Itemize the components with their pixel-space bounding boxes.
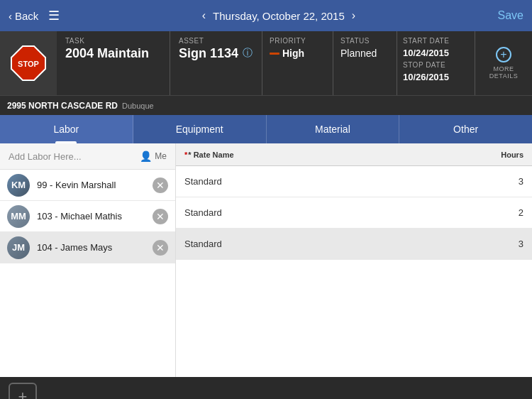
start-date-row: START DATE 10/24/2015 — [403, 37, 469, 58]
person-icon: 👤 — [140, 151, 152, 162]
avatar-kevin-face: KM — [7, 174, 30, 197]
tab-material[interactable]: Material — [267, 115, 400, 143]
tab-labor[interactable]: Labor — [0, 115, 133, 143]
remove-michael-button[interactable]: ✕ — [153, 209, 168, 224]
back-label: Back — [15, 10, 38, 22]
more-details-icon: + — [496, 47, 511, 62]
asset-label: ASSET — [179, 37, 256, 45]
tabs-bar: Labor Equipment Material Other — [0, 115, 532, 143]
rate-hours-panel: * * Rate Name Hours Standard 3 Standard … — [176, 143, 532, 377]
next-day-button[interactable]: › — [352, 9, 355, 22]
start-date-value: 10/24/2015 — [403, 48, 469, 58]
more-details-label: MORE DETAILS — [484, 65, 523, 80]
save-button[interactable]: Save — [498, 9, 523, 22]
chevron-left-icon: ‹ — [9, 10, 12, 22]
hours-michael: 2 — [467, 207, 523, 218]
info-bar-wrapper: STOP TASK 2004 Maintain ASSET Sign 1134 … — [0, 31, 532, 115]
more-details-button[interactable]: + MORE DETAILS — [475, 31, 532, 95]
stop-sign-icon: STOP — [0, 31, 57, 95]
prev-day-button[interactable]: ‹ — [202, 9, 206, 22]
nav-bar: ‹ Back ☰ ‹ Thursday, October 22, 2015 › … — [0, 0, 532, 31]
hours-james: 3 — [467, 239, 523, 249]
task-label: TASK — [65, 37, 161, 45]
stop-date-value: 10/26/2015 — [403, 72, 469, 82]
col-rate-header: * * Rate Name — [184, 151, 467, 159]
rate-michael: Standard — [184, 207, 467, 218]
status-label: STATUS — [340, 37, 389, 45]
tab-other[interactable]: Other — [399, 115, 532, 143]
table-data-row: Standard 3 — [176, 229, 532, 260]
avatar-kevin: KM — [7, 174, 30, 197]
priority-bar-icon — [270, 53, 279, 55]
address-main: 2995 NORTH CASCADE RD — [7, 101, 118, 111]
rate-kevin: Standard — [184, 176, 467, 187]
priority-info: PRIORITY High — [262, 31, 333, 95]
asset-info: ASSET Sign 1134 ⓘ — [170, 31, 262, 95]
asset-value: Sign 1134 — [179, 46, 238, 61]
priority-value: High — [282, 48, 304, 59]
add-button[interactable]: + — [9, 383, 37, 399]
nav-center: ‹ Thursday, October 22, 2015 › — [202, 9, 355, 22]
priority-label: PRIORITY — [270, 37, 326, 45]
back-button[interactable]: ‹ Back — [9, 10, 38, 22]
table-data-row: Standard 2 — [176, 197, 532, 229]
add-me-button[interactable]: 👤 Me — [140, 151, 167, 162]
avatar-michael: MM — [7, 205, 30, 228]
labor-name-kevin: 99 - Kevin Marshall — [37, 180, 153, 190]
task-value: 2004 Maintain — [65, 46, 161, 61]
priority-badge: High — [270, 48, 326, 59]
add-labor-row[interactable]: Add Labor Here... 👤 Me — [0, 143, 175, 170]
address-sub: Dubuque — [122, 102, 154, 110]
labor-name-james: 104 - James Mays — [37, 242, 153, 253]
info-bar: STOP TASK 2004 Maintain ASSET Sign 1134 … — [0, 31, 532, 95]
main-content: Add Labor Here... 👤 Me KM 99 - Kevin Mar… — [0, 143, 532, 377]
add-labor-placeholder: Add Labor Here... — [9, 151, 82, 162]
menu-icon[interactable]: ☰ — [48, 8, 60, 23]
table-header: * * Rate Name Hours — [176, 143, 532, 166]
labor-name-michael: 103 - Michael Mathis — [37, 211, 153, 222]
nav-left: ‹ Back ☰ — [9, 8, 60, 23]
labor-row: KM 99 - Kevin Marshall ✕ — [0, 170, 175, 201]
info-icon[interactable]: ⓘ — [243, 47, 253, 60]
rate-name-header: * Rate Name — [188, 151, 233, 159]
address-row: 2995 NORTH CASCADE RD Dubuque — [0, 95, 532, 115]
labor-row: MM 103 - Michael Mathis ✕ — [0, 201, 175, 232]
add-icon: + — [18, 388, 28, 399]
remove-james-button[interactable]: ✕ — [153, 240, 168, 256]
table-container: Add Labor Here... 👤 Me KM 99 - Kevin Mar… — [0, 143, 532, 377]
labor-list-panel: Add Labor Here... 👤 Me KM 99 - Kevin Mar… — [0, 143, 176, 377]
hours-kevin: 3 — [467, 176, 523, 187]
table-data-row: Standard 3 — [176, 166, 532, 197]
col-hours-header: Hours — [467, 151, 523, 159]
avatar-james: JM — [7, 236, 30, 259]
add-me-label: Me — [155, 151, 167, 161]
stop-date-row: STOP DATE 10/26/2015 — [403, 61, 469, 82]
task-info: TASK 2004 Maintain — [57, 31, 170, 95]
tab-equipment[interactable]: Equipment — [133, 115, 267, 143]
bottom-bar: + — [0, 377, 532, 399]
status-value: Planned — [340, 48, 389, 59]
current-date: Thursday, October 22, 2015 — [213, 10, 345, 22]
start-date-label: START DATE — [403, 37, 469, 45]
remove-kevin-button[interactable]: ✕ — [153, 177, 168, 193]
svg-text:STOP: STOP — [18, 60, 39, 68]
avatar-james-face: JM — [7, 236, 30, 259]
avatar-michael-face: MM — [7, 205, 30, 228]
labor-row: JM 104 - James Mays ✕ — [0, 232, 175, 263]
stop-date-label: STOP DATE — [403, 61, 469, 69]
rate-james: Standard — [184, 239, 467, 249]
dates-info: START DATE 10/24/2015 STOP DATE 10/26/20… — [397, 31, 475, 95]
status-info: STATUS Planned — [333, 31, 397, 95]
